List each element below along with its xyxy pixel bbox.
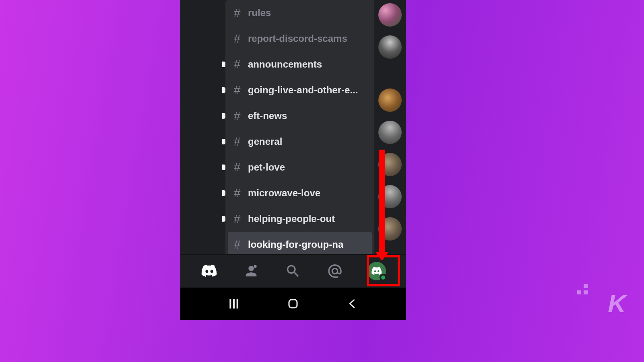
back-icon [347,298,358,309]
channel-list: # rules # report-discord-scams # announc… [225,0,374,254]
friends-tab[interactable] [240,260,262,282]
channel-going-live[interactable]: # going-live-and-other-e... [225,77,374,103]
channel-pet-love[interactable]: # pet-love [225,154,374,180]
android-navigation-bar [180,288,406,320]
recents-button[interactable] [222,292,246,316]
channel-helping-people-out[interactable]: # helping-people-out [225,206,374,232]
unread-indicator [222,62,225,67]
channel-name: rules [248,7,271,19]
dm-avatar[interactable] [378,3,402,27]
svg-rect-4 [289,300,297,308]
hash-icon: # [233,32,242,45]
hash-icon: # [233,83,242,97]
svg-rect-1 [230,299,231,309]
svg-point-0 [254,265,256,268]
discord-logo-icon [201,263,218,280]
unread-indicator [222,216,225,222]
search-icon [285,263,301,279]
home-icon [287,298,299,310]
channel-name: pet-love [248,162,285,173]
channel-rules[interactable]: # rules [225,0,374,26]
mentions-tab[interactable] [324,260,346,282]
watermark: K [608,289,625,318]
dm-avatar[interactable] [378,121,402,144]
hash-icon: # [233,58,242,71]
home-tab[interactable] [198,260,221,282]
channel-general[interactable]: # general [225,129,374,154]
unread-indicator [222,190,225,196]
channel-name: announcements [248,59,322,70]
hash-icon: # [233,238,242,251]
channel-microwave-love[interactable]: # microwave-love [225,180,374,206]
hash-icon: # [233,135,242,148]
svg-rect-2 [233,299,235,309]
home-button[interactable] [281,292,305,316]
hash-icon: # [233,186,242,200]
unread-indicator [222,113,225,119]
channel-name: general [248,136,282,147]
channel-name: helping-people-out [248,213,335,224]
svg-rect-3 [237,299,238,309]
search-tab[interactable] [282,260,304,282]
hash-icon: # [233,160,242,174]
unread-indicator [222,87,225,93]
recents-icon [227,297,240,310]
annotation-arrow [379,150,385,254]
watermark-dots [577,284,588,294]
annotation-highlight-box [367,255,400,286]
hash-icon: # [233,212,242,226]
channel-name: looking-for-group-na [248,239,343,250]
channel-report-discord-scams[interactable]: # report-discord-scams [225,26,374,51]
channel-looking-for-group-na[interactable]: # looking-for-group-na [228,232,372,257]
hash-icon: # [233,109,242,123]
channel-eft-news[interactable]: # eft-news [225,103,374,129]
at-icon [327,263,343,279]
back-button[interactable] [340,292,364,316]
channel-announcements[interactable]: # announcements [225,51,374,77]
channel-name: going-live-and-other-e... [248,84,358,96]
channel-name: report-discord-scams [248,33,347,44]
dm-avatar[interactable] [378,88,402,112]
channel-name: microwave-love [248,187,320,199]
channel-name: eft-news [248,110,287,121]
dm-avatar[interactable] [378,35,402,59]
unread-indicator [222,139,225,144]
friends-icon [243,263,259,279]
hash-icon: # [233,6,242,20]
unread-indicator [222,165,225,170]
